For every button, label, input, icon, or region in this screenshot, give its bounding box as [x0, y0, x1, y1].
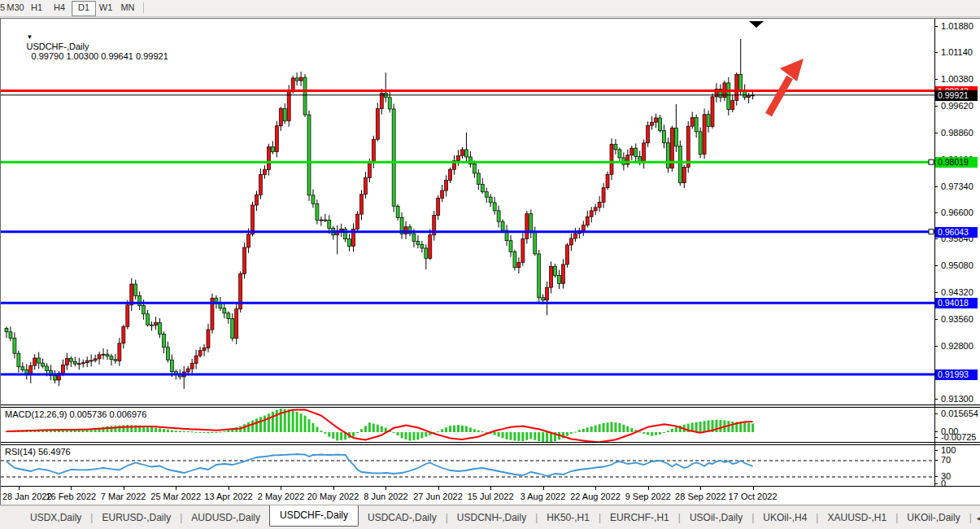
- date-tick: [700, 487, 701, 490]
- tab-hk50-h1[interactable]: HK50-,H1: [538, 509, 599, 527]
- price-tick-label: 1.01140: [941, 47, 973, 57]
- rsi-label: RSI(14) 56.4976: [5, 447, 71, 457]
- date-tick: [281, 487, 281, 490]
- axis-tick: [934, 450, 938, 451]
- axis-tick: [934, 26, 938, 27]
- axis-tick: [934, 319, 938, 320]
- date-tick: [71, 487, 72, 490]
- level-price-tag-0.91993: 0.91993: [935, 369, 978, 380]
- price-tick-label: 1.01880: [941, 21, 973, 31]
- level-price-tag-0.96043: 0.96043: [935, 227, 978, 238]
- date-tick-label: 27 Jun 2022: [413, 492, 463, 501]
- rsi-plot[interactable]: [1, 445, 934, 486]
- price-tick-label: 0.92800: [941, 341, 973, 351]
- rsi-axis-label: 70: [941, 455, 951, 465]
- axis-tick: [934, 212, 938, 213]
- period-button-H4[interactable]: H4: [50, 1, 68, 15]
- price-chart-plot[interactable]: [1, 19, 934, 405]
- period-button-W1[interactable]: W1: [95, 1, 116, 15]
- trend-arrow-annotation[interactable]: [769, 59, 804, 115]
- axis-tick: [934, 476, 938, 477]
- tab-audusd-daily[interactable]: AUDUSD-,Daily: [182, 509, 269, 527]
- price-panel: ▼ USDCHF-,Daily 0.99790 1.00300 0.99641 …: [1, 19, 980, 405]
- tab-usdchf-daily[interactable]: USDCHF-,Daily: [269, 505, 359, 527]
- hline-0.96043[interactable]: [1, 230, 934, 234]
- date-tick-label: 9 Sep 2022: [625, 492, 671, 501]
- axis-tick: [934, 292, 938, 293]
- price-tick-label: 0.98860: [941, 128, 973, 138]
- rsi-axis-label: 0: [941, 479, 946, 488]
- level-price-tag-0.99921: 0.99921: [935, 90, 978, 101]
- application-window: 5M30H1H4D1W1MN ▼ USDCHF-,Daily 0.99790 1…: [0, 0, 980, 529]
- price-tick-label: 0.94320: [941, 287, 973, 297]
- axis-tick: [934, 483, 938, 484]
- line-handle[interactable]: [929, 160, 934, 164]
- price-tick-label: 1.00380: [941, 74, 973, 84]
- axis-tick: [934, 265, 938, 266]
- price-tick-label: 0.96600: [941, 208, 973, 217]
- date-tick-label: 15 Jul 2022: [468, 492, 514, 501]
- axis-tick: [934, 431, 938, 432]
- toolbar-separator: [143, 2, 144, 13]
- period-button-H1[interactable]: H1: [28, 1, 46, 15]
- tab-usdx-daily[interactable]: USDX,Daily: [21, 509, 90, 527]
- tab-eurusd-daily[interactable]: EURUSD-,Daily: [93, 509, 180, 527]
- tab-ukoil-daily[interactable]: UKOil-,Daily: [898, 509, 969, 527]
- date-tick: [124, 487, 124, 490]
- chart-dropdown-icon[interactable]: ▼: [26, 33, 33, 41]
- line-handle[interactable]: [929, 230, 934, 234]
- axis-tick: [934, 460, 938, 461]
- macd-values: 0.005736 0.006976: [69, 409, 146, 419]
- level-price-tag-0.98019: 0.98019: [935, 157, 978, 168]
- date-tick-label: 2 May 2022: [258, 492, 304, 501]
- axis-tick: [934, 52, 938, 53]
- hline-0.98019[interactable]: [1, 160, 934, 164]
- tab-usdcad-daily[interactable]: USDCAD-,Daily: [359, 509, 446, 527]
- date-tick-label: 28 Sep 2022: [675, 492, 725, 501]
- date-tick: [229, 487, 229, 490]
- date-tick-label: 22 Aug 2022: [570, 492, 621, 501]
- axis-tick: [934, 106, 938, 107]
- period-button-D1[interactable]: D1: [72, 1, 96, 16]
- chart-title: ▼ USDCHF-,Daily 0.99790 1.00300 0.99641 …: [7, 22, 168, 71]
- date-tick-label: 20 May 2022: [307, 492, 359, 501]
- price-axis[interactable]: 1.018801.011401.003800.996200.988600.981…: [934, 19, 980, 487]
- axis-tick: [934, 186, 938, 187]
- axis-tick: [934, 437, 938, 438]
- data-end-marker: [749, 21, 764, 28]
- tab-usdcnh-daily[interactable]: USDCNH-,Daily: [448, 509, 535, 527]
- macd-panel: MACD(12,26,9) 0.005736 0.006976: [1, 407, 980, 443]
- macd-axis-label: 0.015654: [941, 409, 978, 418]
- axis-tick: [934, 133, 938, 133]
- date-tick: [543, 487, 544, 490]
- tab-ukoil-h4[interactable]: UKOil-,H4: [754, 509, 816, 527]
- macd-label: MACD(12,26,9) 0.005736 0.006976: [5, 409, 146, 419]
- date-tick: [19, 487, 20, 490]
- axis-tick: [934, 238, 938, 239]
- period-button-M30[interactable]: M30: [6, 1, 25, 15]
- date-tick-label: 3 Aug 2022: [520, 492, 566, 501]
- chart-tabbar: USDX,Daily|EURUSD-,Daily|AUDUSD-,DailyUS…: [0, 506, 980, 529]
- tab-eurchf-h1[interactable]: EURCHF-,H1: [601, 509, 678, 527]
- chart-window: ▼ USDCHF-,Daily 0.99790 1.00300 0.99641 …: [0, 18, 980, 505]
- tab-usoil-daily[interactable]: USOil-,Daily: [681, 509, 751, 527]
- date-tick-label: 7 Mar 2022: [101, 492, 146, 501]
- axis-tick: [934, 346, 938, 347]
- date-tick-label: 13 Apr 2022: [204, 492, 252, 501]
- period-button-MN[interactable]: MN: [117, 1, 138, 15]
- price-tick-label: 0.97340: [941, 181, 973, 191]
- date-axis[interactable]: 28 Jan 202216 Feb 20227 Mar 202225 Mar 2…: [1, 487, 980, 505]
- date-tick: [753, 487, 754, 490]
- rsi-line: [7, 454, 753, 476]
- rsi-axis-label: 100: [941, 445, 956, 455]
- date-tick-label: 17 Oct 2022: [729, 492, 777, 501]
- macd-axis-label: -0.00725: [941, 432, 976, 442]
- tab-xauusd-h1[interactable]: XAUUSD-,H1: [818, 509, 895, 527]
- symbol-label: USDCHF-,Daily: [26, 42, 89, 51]
- date-tick: [490, 487, 491, 490]
- date-tick-label: 28 Jan 2022: [2, 492, 52, 501]
- tab-scroll-left-icon[interactable]: ◂: [972, 514, 980, 522]
- date-tick: [438, 487, 439, 490]
- date-tick: [333, 487, 334, 490]
- rsi-value: 56.4976: [38, 447, 71, 457]
